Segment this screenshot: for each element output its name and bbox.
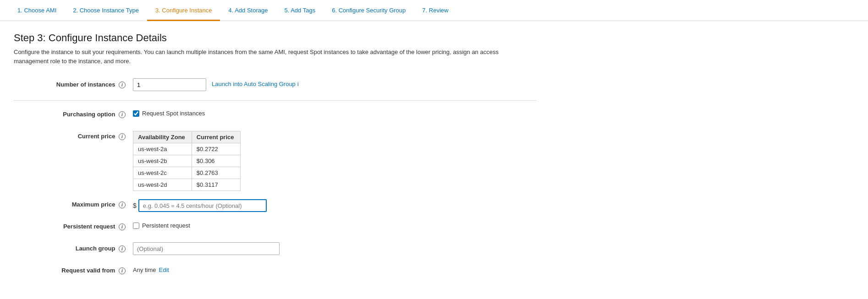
persistent-request-control: Persistent request xyxy=(133,220,536,229)
table-cell-price: $0.306 xyxy=(192,155,241,167)
table-row: us-west-2c$0.2763 xyxy=(133,167,241,179)
table-cell-price: $0.2722 xyxy=(192,143,241,155)
table-cell-zone: us-west-2c xyxy=(133,167,192,179)
request-valid-from-edit-link[interactable]: Edit xyxy=(159,266,169,273)
launch-auto-scaling-link[interactable]: Launch into Auto Scaling Group i xyxy=(212,78,299,87)
nav-step-configure-instance[interactable]: 3. Configure Instance xyxy=(147,0,220,21)
wizard-nav: 1. Choose AMI2. Choose Instance Type3. C… xyxy=(0,0,868,21)
launch-group-input[interactable] xyxy=(133,242,280,255)
price-table: Availability Zone Current price us-west-… xyxy=(133,131,241,191)
page-content: Step 3: Configure Instance Details Confi… xyxy=(0,21,550,299)
request-valid-from-row: Request valid from i Any time Edit xyxy=(14,264,536,279)
launch-group-row: Launch group i xyxy=(14,242,536,257)
nav-step-add-storage[interactable]: 4. Add Storage xyxy=(220,0,276,21)
launch-group-control xyxy=(133,242,536,255)
current-price-info-icon[interactable]: i xyxy=(119,133,126,140)
table-cell-zone: us-west-2d xyxy=(133,179,192,191)
purchasing-option-row: Purchasing option i Request Spot instanc… xyxy=(14,108,536,123)
request-valid-from-control: Any time Edit xyxy=(133,264,536,273)
table-row: us-west-2a$0.2722 xyxy=(133,143,241,155)
max-price-wrap: $ xyxy=(133,198,267,212)
max-price-currency: $ xyxy=(133,202,137,209)
current-price-label: Current price i xyxy=(14,130,133,140)
table-cell-price: $0.3117 xyxy=(192,179,241,191)
number-of-instances-info-icon[interactable]: i xyxy=(119,82,126,88)
persistent-request-row: Persistent request i Persistent request xyxy=(14,220,536,235)
request-spot-instances-checkbox-label[interactable]: Request Spot instances xyxy=(133,108,205,117)
number-of-instances-input[interactable] xyxy=(133,78,206,91)
number-of-instances-control: Launch into Auto Scaling Group i xyxy=(133,78,536,91)
nav-step-configure-security-group[interactable]: 6. Configure Security Group xyxy=(324,0,414,21)
purchasing-option-control: Request Spot instances xyxy=(133,108,536,117)
persistent-request-label: Persistent request i xyxy=(14,220,133,230)
table-cell-zone: us-west-2a xyxy=(133,143,192,155)
current-price-control: Availability Zone Current price us-west-… xyxy=(133,130,536,191)
nav-step-add-tags[interactable]: 5. Add Tags xyxy=(276,0,324,21)
request-valid-from-label: Request valid from i xyxy=(14,264,133,274)
table-row: us-west-2d$0.3117 xyxy=(133,179,241,191)
number-of-instances-label: Number of instances i xyxy=(14,78,133,88)
maximum-price-input[interactable] xyxy=(138,199,267,212)
purchasing-option-label: Purchasing option i xyxy=(14,108,133,118)
auto-scaling-info-icon[interactable]: i xyxy=(297,81,299,87)
launch-group-label: Launch group i xyxy=(14,242,133,252)
number-of-instances-row: Number of instances i Launch into Auto S… xyxy=(14,78,536,93)
request-valid-from-info-icon[interactable]: i xyxy=(119,267,126,274)
price-table-col-az: Availability Zone xyxy=(133,131,192,143)
persistent-request-checkbox[interactable] xyxy=(133,223,139,229)
nav-step-review[interactable]: 7. Review xyxy=(414,0,456,21)
purchasing-option-info-icon[interactable]: i xyxy=(119,111,126,118)
launch-group-info-icon[interactable]: i xyxy=(119,245,126,252)
maximum-price-control: $ xyxy=(133,198,536,212)
nav-step-choose-ami[interactable]: 1. Choose AMI xyxy=(9,0,65,21)
page-title: Step 3: Configure Instance Details xyxy=(14,32,536,44)
request-valid-from-value-wrap: Any time Edit xyxy=(133,264,169,273)
price-table-col-price: Current price xyxy=(192,131,241,143)
table-row: us-west-2b$0.306 xyxy=(133,155,241,167)
request-spot-instances-checkbox[interactable] xyxy=(133,110,139,117)
table-cell-zone: us-west-2b xyxy=(133,155,192,167)
maximum-price-label: Maximum price i xyxy=(14,198,133,208)
request-valid-from-value: Any time xyxy=(133,266,156,273)
persistent-request-info-icon[interactable]: i xyxy=(119,223,126,230)
table-cell-price: $0.2763 xyxy=(192,167,241,179)
nav-step-choose-instance-type[interactable]: 2. Choose Instance Type xyxy=(65,0,147,21)
current-price-row: Current price i Availability Zone Curren… xyxy=(14,130,536,191)
persistent-request-checkbox-label[interactable]: Persistent request xyxy=(133,220,190,229)
section-divider xyxy=(14,100,536,101)
page-description: Configure the instance to suit your requ… xyxy=(14,48,518,65)
maximum-price-row: Maximum price i $ xyxy=(14,198,536,213)
maximum-price-info-icon[interactable]: i xyxy=(119,201,126,208)
